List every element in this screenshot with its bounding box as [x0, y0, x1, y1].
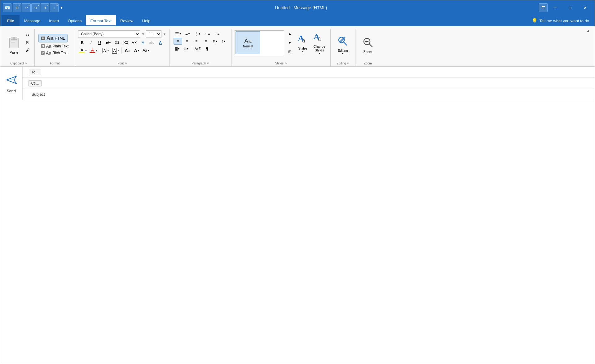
styles-down-button[interactable]: ▼	[285, 39, 294, 46]
plain-label: Plain Text	[53, 44, 69, 48]
abc-strikethrough-button[interactable]: abc	[148, 39, 156, 46]
borders-button[interactable]: ⊞▼	[182, 45, 191, 52]
menu-review[interactable]: Review	[116, 15, 138, 26]
font-family-select[interactable]: Calibri (Body)	[78, 30, 140, 38]
format-rich-button[interactable]: P Aa Rich Text	[38, 50, 70, 56]
subject-input[interactable]	[47, 92, 595, 97]
shading-button[interactable]: ▓▼	[174, 45, 182, 52]
multilevel-button[interactable]: ⋮▼	[192, 30, 202, 37]
paste-label: Paste	[10, 50, 18, 54]
font-color-dropdown-arrow[interactable]: ▼	[95, 49, 98, 52]
font-family-dropdown[interactable]: ▼	[141, 32, 145, 36]
text-border-arrow[interactable]: ▼	[117, 49, 120, 52]
text-bg-button[interactable]: A ▼	[101, 48, 110, 54]
menu-insert[interactable]: Insert	[45, 15, 64, 26]
clear-format-button[interactable]: A✕	[130, 39, 138, 46]
qat-customize[interactable]: ▼	[60, 6, 63, 10]
qat-btn-1[interactable]: ⊞1	[13, 3, 21, 12]
to-button[interactable]: To...	[23, 69, 47, 75]
underline-button[interactable]: U	[95, 39, 104, 46]
para-row2: ≡ ≡ ≡ ≡ ⇕▼ ↕▼	[174, 38, 227, 45]
editing-button[interactable]: Editing ▼	[335, 33, 350, 58]
align-right-button[interactable]: ≡	[192, 38, 201, 45]
menu-message[interactable]: Message	[20, 15, 45, 26]
format-painter-button[interactable]: 🖌	[23, 46, 32, 53]
font-expand[interactable]: ⧉	[125, 62, 127, 65]
email-fields: To... Cc... Subject	[23, 67, 595, 100]
align-left-button[interactable]: ≡	[174, 38, 182, 45]
tell-me-bar[interactable]: 💡 Tell me what you want to do	[527, 15, 593, 26]
menu-format-text[interactable]: Format Text	[86, 15, 116, 26]
maximize-button[interactable]: □	[563, 3, 577, 13]
qat-btn-3[interactable]: ↪3	[31, 3, 40, 12]
to-label[interactable]: To...	[29, 69, 42, 75]
send-button[interactable]: Send	[0, 67, 23, 100]
show-paragraph-button[interactable]: ¶	[203, 45, 211, 52]
align-center-button[interactable]: ≡	[183, 38, 192, 45]
text-effects-button[interactable]: A	[139, 39, 147, 46]
collapse-ribbon-button[interactable]: ▲	[584, 28, 592, 34]
menu-bar: File Message Insert Options Format Text …	[0, 15, 595, 26]
highlight-dropdown-arrow[interactable]: ▼	[85, 49, 87, 52]
menu-file[interactable]: File	[2, 15, 20, 26]
styles-expand[interactable]: ⧉	[285, 62, 287, 65]
para-spacing-button[interactable]: ↕▼	[220, 38, 227, 45]
qat-btn-4[interactable]: ⬆4	[41, 3, 49, 12]
separator2	[121, 47, 122, 54]
strikethrough-button[interactable]: ab	[104, 39, 112, 46]
shrink-font-button[interactable]: A▼	[132, 47, 141, 54]
numbering-button[interactable]: ≡▼	[184, 30, 192, 37]
change-case-button[interactable]: Aa▼	[142, 47, 150, 54]
subscript-button[interactable]: X2	[113, 39, 121, 46]
format-html-button[interactable]: H Aa HTML	[38, 34, 68, 42]
editing-arrow[interactable]: ▼	[342, 52, 344, 55]
grow-font-button[interactable]: A▲	[123, 47, 132, 54]
clipboard-expand[interactable]: ⧉	[25, 62, 27, 65]
cc-label[interactable]: Cc...	[29, 80, 42, 86]
change-styles-button[interactable]: A a ChangeStyles ▼	[311, 30, 327, 55]
qat-btn-5[interactable]: ↓5	[50, 3, 59, 12]
style-item-normal[interactable]: Aa Normal	[236, 31, 260, 54]
justify-button[interactable]: ≡	[201, 38, 210, 45]
decrease-indent-button[interactable]: ←≡	[203, 30, 212, 37]
paragraph-expand[interactable]: ⧉	[207, 62, 209, 65]
line-spacing-button[interactable]: ⇕▼	[211, 38, 219, 45]
menu-options[interactable]: Options	[64, 15, 86, 26]
increase-indent-button[interactable]: →≡	[212, 30, 221, 37]
cut-button[interactable]: ✂	[23, 32, 32, 38]
sort-button[interactable]: A↕Z	[193, 45, 202, 52]
text-bg-arrow[interactable]: ▼	[107, 49, 109, 52]
minimize-button[interactable]: ─	[548, 3, 562, 13]
close-button[interactable]: ✕	[578, 3, 592, 13]
text-border-button[interactable]: A ▼	[111, 47, 121, 54]
styles-up-button[interactable]: ▲	[285, 30, 294, 37]
change-styles-arrow[interactable]: ▼	[318, 52, 321, 55]
qat-btn-2[interactable]: ↩2	[22, 3, 31, 12]
format-plain-button[interactable]: N Aa Plain Text	[38, 43, 71, 49]
cc-input[interactable]	[47, 81, 595, 86]
cc-button[interactable]: Cc...	[23, 80, 47, 86]
copy-button[interactable]: ⎘	[23, 39, 32, 46]
font-color-button[interactable]: A ▼	[89, 47, 99, 54]
italic-button[interactable]: I	[87, 39, 95, 46]
title-bar-left: 📧 ⊞1 ↩2 ↪3 ⬆4 ↓5 ▼	[3, 3, 63, 12]
svg-line-11	[344, 42, 347, 45]
highlight-color-button[interactable]: A ▼	[78, 47, 88, 54]
styles-big-button[interactable]: A a Styles ▼	[295, 30, 310, 55]
font-size-dropdown[interactable]: ▼	[163, 32, 166, 36]
styles-more-button[interactable]: ⊞	[285, 48, 294, 55]
qat-outlook-icon[interactable]: 📧	[3, 3, 11, 12]
to-input[interactable]	[47, 70, 595, 74]
bold-button[interactable]: B	[78, 39, 86, 46]
font-size-select[interactable]: 11	[146, 30, 161, 38]
font-color-a-button[interactable]: A	[156, 39, 164, 46]
restore-view-icon[interactable]: 🗖	[539, 3, 548, 12]
editing-expand[interactable]: ⧉	[347, 62, 349, 65]
styles-dropdown-arrow[interactable]: ▼	[302, 50, 304, 53]
zoom-button[interactable]: Zoom	[360, 33, 376, 58]
styles-gallery: Aa Normal	[235, 30, 284, 55]
menu-help[interactable]: Help	[138, 15, 155, 26]
superscript-button[interactable]: X2	[121, 39, 130, 46]
paste-button[interactable]: Paste	[5, 30, 23, 60]
bullets-button[interactable]: ☰▼	[174, 30, 183, 37]
